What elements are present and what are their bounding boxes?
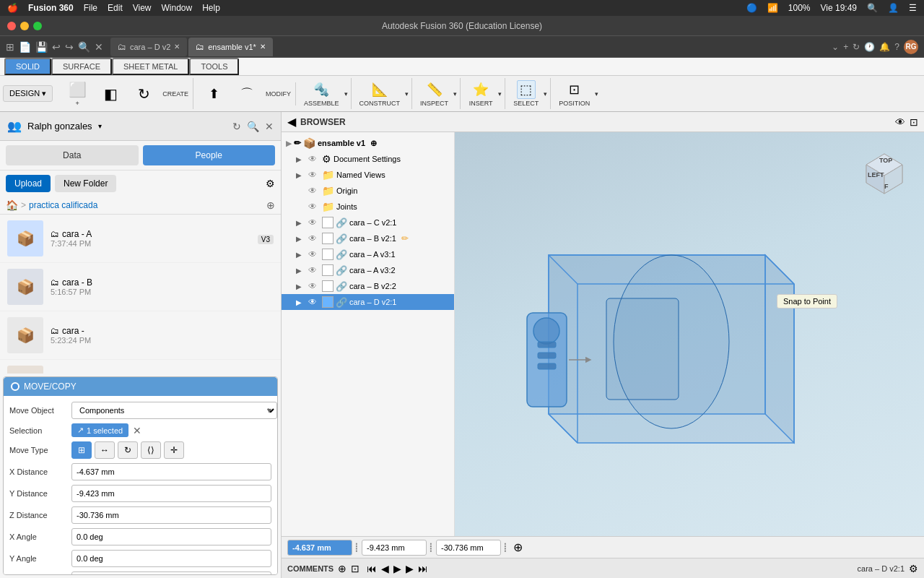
save-icon[interactable]: 💾 [35, 41, 48, 53]
tree-root[interactable]: ▶ ✏ 📦 ensamble v1 ⊕ [282, 135, 454, 151]
add-comment-icon[interactable]: ⊕ [338, 563, 346, 574]
visibility-icon[interactable]: 👁 [308, 297, 320, 307]
tab-ensamble[interactable]: 🗂 ensamble v1* ✕ [188, 38, 273, 56]
free-move-btn[interactable]: ⊞ [71, 441, 92, 459]
revolve-btn[interactable]: ↻ [128, 82, 160, 105]
tree-item[interactable]: ▶ 👁 📁 Origin [282, 183, 454, 199]
x-coord-input[interactable] [287, 540, 352, 556]
visibility-icon[interactable]: 👁 [308, 233, 320, 243]
tree-item[interactable]: ▶ 👁 🔗 cara – B v2:1 ✏ [282, 230, 454, 246]
list-item[interactable]: 📦 🗂 cara - A 7:37:44 PM V3 [0, 215, 281, 263]
nav-cube[interactable]: TOP LEFT F [859, 147, 910, 197]
insert-btn[interactable]: ⭐ INSERT [465, 78, 497, 109]
pencil-icon[interactable]: ✏ [401, 233, 409, 243]
menu-view[interactable]: View [133, 3, 152, 13]
home-icon[interactable]: 🏠 [6, 199, 18, 211]
point-to-point-btn[interactable]: ⟨⟩ [141, 441, 161, 459]
play-icon[interactable]: ▶ [393, 563, 401, 574]
tab1-close[interactable]: ✕ [174, 43, 180, 51]
y-coord-input[interactable] [362, 540, 427, 556]
expand-icon[interactable]: ▶ [296, 267, 306, 275]
inspect-arrow[interactable]: ▾ [453, 90, 457, 98]
press-pull-btn[interactable]: ⬆ [198, 82, 230, 105]
refresh-icon[interactable]: ↻ [232, 121, 241, 132]
app-name[interactable]: Fusion 360 [28, 3, 74, 13]
breadcrumb-settings-icon[interactable]: ⊕ [266, 199, 275, 211]
refresh-icon[interactable]: ↻ [853, 42, 860, 52]
visibility-icon[interactable]: 👁 [308, 154, 320, 164]
position-btn[interactable]: ⊡ POSITION [555, 78, 593, 109]
selection-clear-button[interactable]: ✕ [133, 425, 141, 436]
settings-icon[interactable]: ⚙ [266, 178, 275, 189]
expand-tabs-icon[interactable]: ⌄ [832, 42, 839, 52]
expand-icon[interactable]: ▶ [296, 282, 306, 290]
visibility-icon[interactable]: 👁 [308, 170, 320, 180]
insert-arrow[interactable]: ▾ [498, 90, 502, 98]
traffic-lights[interactable] [7, 22, 42, 30]
close-sidebar-icon[interactable]: ✕ [265, 121, 274, 132]
select-arrow[interactable]: ▾ [544, 90, 547, 98]
bottom-settings-icon[interactable]: ⚙ [909, 563, 918, 574]
expand-icon[interactable]: ▶ [296, 219, 306, 227]
tree-item[interactable]: ▶ 👁 📁 Named Views [282, 167, 454, 183]
tree-item[interactable]: ▶ 👁 📁 Joints [282, 199, 454, 215]
z-angle-input[interactable] [71, 571, 271, 575]
viewport[interactable]: TOP LEFT F [455, 132, 924, 536]
create-sketch-btn[interactable]: ⬜ + [61, 78, 93, 109]
help-icon[interactable]: ? [894, 42, 899, 52]
edit-icon[interactable]: ✏ [294, 138, 301, 148]
visibility-icon[interactable]: 👁 [308, 249, 320, 259]
upload-button[interactable]: Upload [6, 175, 51, 192]
y-angle-input[interactable] [71, 550, 271, 567]
close-button[interactable] [7, 22, 16, 30]
point-to-position-btn[interactable]: ✛ [164, 441, 184, 459]
translate-btn[interactable]: ↔ [95, 441, 115, 459]
clock-icon[interactable]: 🕐 [864, 42, 875, 52]
more-icon[interactable]: ⊡ [351, 563, 359, 574]
x-distance-input[interactable] [71, 463, 271, 480]
search-icon[interactable]: 🔍 [867, 3, 878, 13]
expand-icon[interactable]: ▶ [296, 171, 306, 179]
maximize-button[interactable] [33, 22, 42, 30]
search-icon[interactable]: 🔍 [247, 121, 259, 132]
bell-icon[interactable]: 🔔 [879, 42, 890, 52]
new-folder-button[interactable]: New Folder [55, 175, 116, 192]
grid-icon[interactable]: ⊞ [6, 41, 14, 53]
expand-browser-icon[interactable]: ⊡ [910, 116, 918, 128]
user-avatar[interactable]: RG [904, 40, 918, 54]
z-distance-input[interactable] [71, 506, 271, 524]
tab-cara-d[interactable]: 🗂 cara – D v2 ✕ [110, 38, 187, 56]
tab-solid[interactable]: SOLID [4, 58, 51, 75]
expand-icon[interactable]: ▶ [296, 298, 306, 306]
tree-item[interactable]: ▶ 👁 🔗 cara – C v2:1 [282, 215, 454, 230]
design-button[interactable]: DESIGN ▾ [3, 85, 53, 102]
collapse-browser-icon[interactable]: ◀ [287, 115, 296, 129]
list-item[interactable]: 📦 🗂 cara - 5:36:21 PM [0, 360, 281, 374]
tree-item-selected[interactable]: ▶ 👁 🔗 cara – D v2:1 [282, 294, 454, 310]
live-review-icon[interactable]: ⊕ [370, 139, 377, 148]
file-icon[interactable]: 📄 [19, 41, 31, 53]
rotate-btn[interactable]: ↻ [118, 441, 138, 459]
position-arrow[interactable]: ▾ [595, 90, 598, 98]
search-toolbar-icon[interactable]: 🔍 [78, 41, 90, 53]
expand-icon[interactable]: ▶ [296, 235, 306, 243]
undo-icon[interactable]: ↩ [52, 41, 61, 53]
list-item[interactable]: 📦 🗂 cara - 5:23:24 PM [0, 311, 281, 360]
select-btn[interactable]: ⬚ SELECT [510, 78, 542, 109]
tab-surface[interactable]: SURFACE [51, 58, 112, 75]
z-coord-input[interactable] [436, 540, 501, 556]
nav-end-icon[interactable]: ⏭ [418, 563, 428, 574]
fillet-btn[interactable]: ⌒ [231, 82, 263, 105]
y-distance-input[interactable] [71, 485, 271, 502]
user-icon[interactable]: 👤 [888, 3, 899, 13]
nav-prev-icon[interactable]: ◀ [381, 563, 389, 574]
selected-button[interactable]: ↗ 1 selected [71, 423, 128, 437]
redo-icon[interactable]: ↪ [65, 41, 74, 53]
eye-browser-icon[interactable]: 👁 [895, 116, 905, 128]
visibility-icon[interactable]: 👁 [308, 217, 320, 228]
assemble-arrow[interactable]: ▾ [344, 90, 348, 98]
tab-tools[interactable]: TOOLS [189, 58, 239, 75]
assemble-btn[interactable]: 🔩 ASSEMBLE [300, 78, 343, 109]
menu-edit[interactable]: Edit [108, 3, 123, 13]
tree-expand-icon[interactable]: ▶ [286, 139, 292, 147]
